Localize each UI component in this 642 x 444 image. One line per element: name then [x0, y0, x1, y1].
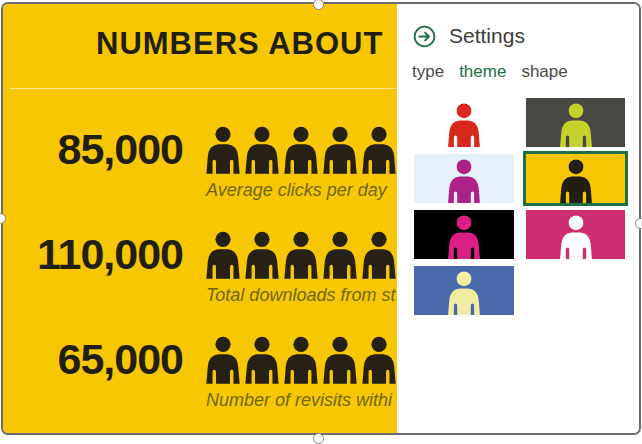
- person-icon: [360, 336, 398, 384]
- person-icon-row: [204, 231, 399, 279]
- person-icon: [557, 159, 594, 205]
- person-icon: [282, 336, 320, 384]
- theme-swatch-selected[interactable]: [526, 154, 625, 203]
- settings-header: Settings: [413, 24, 525, 48]
- person-icon: [360, 231, 398, 279]
- theme-swatch[interactable]: [414, 98, 514, 147]
- stat-caption: Number of revisits withi: [206, 390, 392, 411]
- person-icon: [204, 336, 242, 384]
- stat-value: 65,000: [3, 338, 183, 381]
- theme-swatch[interactable]: [414, 154, 514, 203]
- person-icon: [282, 231, 320, 279]
- tab-type[interactable]: type: [412, 62, 444, 82]
- infographic-canvas: NUMBERS ABOUT 85,000 Average clicks per …: [3, 4, 399, 433]
- resize-handle-bottom[interactable]: [313, 433, 324, 444]
- person-icon: [243, 336, 281, 384]
- theme-swatch-grid: [414, 98, 625, 315]
- person-icon: [282, 126, 320, 174]
- stat-caption: Average clicks per day: [206, 180, 387, 201]
- person-icon: [321, 336, 359, 384]
- stat-caption: Total downloads from st: [206, 285, 395, 306]
- person-icon: [204, 231, 242, 279]
- stat-row: 65,000 Number of revisits withi: [3, 332, 399, 432]
- person-icon: [204, 126, 242, 174]
- person-icon: [557, 103, 594, 147]
- tab-shape[interactable]: shape: [521, 62, 567, 82]
- settings-tabs: type theme shape: [412, 62, 568, 82]
- person-icon: [321, 126, 359, 174]
- person-icon: [446, 159, 483, 203]
- resize-handle-right[interactable]: [635, 218, 642, 229]
- person-icon-row: [204, 336, 399, 384]
- settings-panel: Settings type theme shape: [397, 4, 639, 433]
- person-icon: [557, 215, 594, 259]
- person-icon: [243, 231, 281, 279]
- stat-row: 110,000 Total downloads from st: [3, 227, 399, 327]
- visual-frame[interactable]: NUMBERS ABOUT 85,000 Average clicks per …: [1, 2, 641, 435]
- tab-theme[interactable]: theme: [459, 62, 506, 82]
- person-icon-row: [204, 126, 399, 174]
- person-icon: [243, 126, 281, 174]
- stat-value: 85,000: [3, 128, 183, 171]
- stat-row: 85,000 Average clicks per day: [3, 122, 399, 222]
- person-icon: [360, 126, 398, 174]
- person-icon: [446, 103, 483, 147]
- settings-title: Settings: [449, 24, 525, 48]
- theme-swatch[interactable]: [414, 266, 514, 315]
- person-icon: [446, 271, 483, 315]
- person-icon: [446, 215, 483, 259]
- theme-swatch[interactable]: [414, 210, 514, 259]
- theme-swatch[interactable]: [526, 98, 625, 147]
- theme-swatch[interactable]: [526, 210, 625, 259]
- person-icon: [321, 231, 359, 279]
- infographic-title: NUMBERS ABOUT: [96, 26, 383, 62]
- arrow-right-circle-icon[interactable]: [413, 25, 436, 48]
- title-divider: [10, 88, 399, 89]
- stat-value: 110,000: [3, 233, 183, 276]
